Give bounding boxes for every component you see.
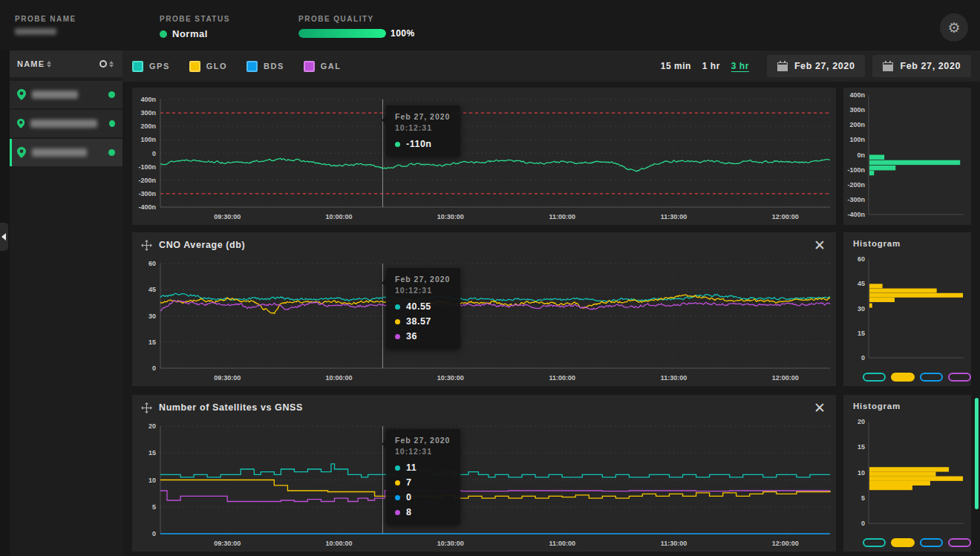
gps-label: GPS [149,62,170,71]
chart-tooltip: Feb 27, 2020 10:12:31 -110n [386,105,460,157]
probe-list-header: NAME [10,50,122,77]
gps-color-swatch [132,61,143,72]
range-3hr-link-active[interactable]: 3 hr [731,61,749,71]
gear-icon: ⚙ [947,19,960,36]
satellites-chart-panel: Number of Satellites vs GNSS ✕ 201510500… [132,395,836,552]
tooltip-value: 7 [406,477,411,488]
sort-by-name-button[interactable]: NAME [17,59,51,68]
svg-text:11:30:00: 11:30:00 [661,213,687,220]
svg-text:11:00:00: 11:00:00 [549,540,575,547]
sidebar-collapse-button[interactable] [0,223,8,251]
svg-text:0n: 0n [857,151,865,159]
tooltip-value: 0 [406,492,411,503]
svg-text:09:30:00: 09:30:00 [214,213,241,220]
tooltip-time: 10:12:31 [395,447,450,456]
svg-text:30: 30 [858,305,865,313]
close-icon: ✕ [814,399,826,416]
svg-text:11:30:00: 11:30:00 [661,540,687,547]
glo-label: GLO [206,62,227,71]
time-range-selector: 15 min 1 hr 3 hr [661,61,749,71]
legend-glo-checkbox[interactable]: GLO [189,61,227,72]
date-to-picker[interactable]: Feb 27, 2020 [872,55,971,77]
svg-text:-300n: -300n [847,196,865,203]
svg-text:10:00:00: 10:00:00 [326,374,353,382]
cno-histogram: 604530150 [843,252,971,368]
svg-text:10:30:00: 10:30:00 [437,540,464,547]
cno-average-chart-panel: CNO Average (db) ✕ 60453015009:30:0010:0… [132,232,836,386]
map-pin-icon [17,118,24,129]
range-1hr-link[interactable]: 1 hr [702,61,720,71]
close-icon: ✕ [814,237,826,253]
calendar-icon [777,61,788,71]
calendar-icon [883,61,893,71]
svg-text:20: 20 [148,422,156,430]
svg-text:0: 0 [861,354,865,362]
svg-text:200n: 200n [849,121,865,128]
cno-average-plot[interactable]: 60453015009:30:0010:00:0010:30:0011:00:0… [132,255,836,386]
chart-toolbar: GPS GLO BDS GAL 15 min 1 hr [122,50,980,82]
gnss-legend: GPS GLO BDS GAL [132,61,342,72]
gnss-pill-gps[interactable] [863,373,886,382]
legend-bds-checkbox[interactable]: BDS [246,61,284,72]
move-handle-icon[interactable] [141,402,152,413]
sort-by-status-button[interactable] [99,60,114,68]
bds-color-swatch [246,61,258,72]
series-dot [395,142,400,147]
close-satellites-chart-button[interactable]: ✕ [814,401,826,415]
cno-histogram-panel: Histogram 604530150 [843,232,971,386]
date-to-value: Feb 27, 2020 [900,61,961,71]
tooltip-value: 11 [406,462,416,473]
probe-list-item-1[interactable] [10,81,122,110]
svg-text:100n: 100n [140,136,156,143]
chart-tooltip: Feb 27, 2020 10:12:31 40.55 38.57 36 [386,268,460,349]
series-dot [395,304,400,310]
status-dot-icon [160,30,167,38]
svg-text:-400n: -400n [138,203,156,211]
svg-text:-100n: -100n [847,166,865,174]
series-dot [395,510,400,515]
tooltip-value: -110n [406,139,431,149]
probe-quality-block: PROBE QUALITY 100% [298,15,415,39]
satellites-plot[interactable]: 2015105009:30:0010:00:0010:30:0011:00:00… [132,417,836,552]
probe-list-item-2[interactable] [10,110,122,139]
svg-text:0: 0 [861,520,865,527]
probe-list-item-3-selected[interactable] [10,139,122,168]
svg-text:10:30:00: 10:30:00 [437,374,464,382]
svg-text:60: 60 [858,255,865,263]
clock-offset-plot[interactable]: 400n300n200n100n0-100n-200n-300n-400n09:… [132,88,836,225]
gnss-pill-gal[interactable] [948,538,971,547]
svg-text:400n: 400n [140,96,156,103]
svg-text:60: 60 [148,260,156,267]
glo-color-swatch [189,61,200,72]
gnss-pill-gal[interactable] [948,373,971,382]
gnss-pill-gps[interactable] [863,538,886,547]
legend-gal-checkbox[interactable]: GAL [304,61,342,72]
gnss-pill-bds[interactable] [920,538,943,547]
gnss-pill-bds[interactable] [920,373,943,382]
quality-percent: 100% [391,28,415,39]
gnss-pill-glo[interactable] [891,373,914,382]
status-ring-icon [99,60,107,68]
probe-list [10,81,122,168]
map-pin-icon [17,147,26,158]
tooltip-value: 8 [406,507,411,517]
svg-text:15: 15 [858,330,865,337]
range-15min-link[interactable]: 15 min [661,61,691,71]
svg-text:-200n: -200n [847,181,865,189]
legend-gps-checkbox[interactable]: GPS [132,61,170,72]
settings-button[interactable]: ⚙ [940,13,968,42]
svg-text:400n: 400n [849,91,865,99]
move-handle-icon[interactable] [141,240,152,251]
date-from-picker[interactable]: Feb 27, 2020 [767,55,866,77]
probe-status-label: PROBE STATUS [160,15,263,23]
gnss-pill-glo[interactable] [891,538,914,547]
svg-text:10:00:00: 10:00:00 [326,213,353,220]
gnss-filter-pills [843,534,971,552]
probe-name-redacted [30,120,97,128]
svg-text:-200n: -200n [138,177,156,184]
svg-text:300n: 300n [140,109,156,117]
page-scrollbar[interactable] [975,398,979,509]
probe-list-sidebar: NAME [10,50,122,556]
probe-status-block: PROBE STATUS Normal [160,15,263,39]
close-cno-chart-button[interactable]: ✕ [814,238,826,252]
